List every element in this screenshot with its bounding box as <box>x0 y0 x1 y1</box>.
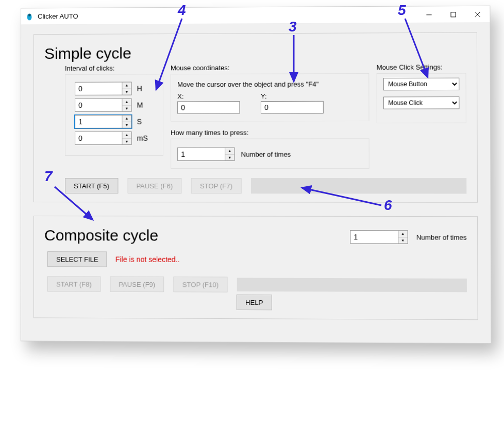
help-button[interactable]: HELP <box>237 295 272 311</box>
interval-seconds-spinner[interactable]: ▲▼ <box>75 115 131 128</box>
coords-label: Mouse coordinates: <box>171 63 369 72</box>
titlebar: Clicker AUTO <box>21 6 490 25</box>
spin-up-icon[interactable]: ▲ <box>122 99 131 106</box>
spin-up-icon[interactable]: ▲ <box>122 132 131 139</box>
interval-seconds-input[interactable] <box>75 116 122 128</box>
spin-down-icon[interactable]: ▼ <box>122 89 131 95</box>
close-button[interactable] <box>465 6 490 23</box>
file-status-text: File is not selected.. <box>115 255 180 264</box>
start-button[interactable]: START (F5) <box>65 178 118 193</box>
coord-y-input[interactable] <box>261 101 324 114</box>
simple-progress-bar <box>250 178 466 193</box>
app-window: Clicker AUTO Simple cycle Interval of cl… <box>21 6 492 344</box>
minimize-button[interactable] <box>417 6 441 23</box>
composite-times-input[interactable] <box>350 231 398 243</box>
mouse-click-combo[interactable]: Mouse Click <box>383 96 459 109</box>
spin-down-icon[interactable]: ▼ <box>122 138 131 144</box>
unit-hours: H <box>137 84 153 92</box>
composite-start-button[interactable]: START (F8) <box>47 276 100 292</box>
interval-ms-input[interactable] <box>75 132 122 144</box>
simple-cycle-title: Simple cycle <box>44 43 466 62</box>
times-label: How many times to press: <box>171 128 369 137</box>
unit-seconds: S <box>137 118 153 126</box>
client-area: Simple cycle Interval of clicks: ▲▼ H <box>21 23 491 343</box>
composite-stop-button[interactable]: STOP (F10) <box>174 277 228 293</box>
mouse-button-combo[interactable]: Mouse Button <box>383 78 459 91</box>
spin-down-icon[interactable]: ▼ <box>225 154 234 160</box>
composite-times-spinner[interactable]: ▲▼ <box>350 230 408 244</box>
composite-cycle-title: Composite cycle <box>44 226 158 245</box>
unit-ms: mS <box>137 134 153 142</box>
spin-down-icon[interactable]: ▼ <box>122 122 131 128</box>
simple-cycle-group: Simple cycle Interval of clicks: ▲▼ H <box>33 32 478 202</box>
spin-down-icon[interactable]: ▼ <box>122 105 131 111</box>
pause-button[interactable]: PAUSE (F6) <box>127 178 181 193</box>
times-suffix: Number of times <box>241 150 291 158</box>
coords-help-text: Move the cursor over the object and pres… <box>177 80 362 88</box>
spin-up-icon[interactable]: ▲ <box>225 148 234 155</box>
interval-ms-spinner[interactable]: ▲▼ <box>75 132 131 145</box>
composite-cycle-group: Composite cycle ▲▼ Number of times SELEC… <box>33 216 478 320</box>
spin-up-icon[interactable]: ▲ <box>122 83 131 89</box>
window-title: Clicker AUTO <box>38 12 78 20</box>
spin-up-icon[interactable]: ▲ <box>398 231 407 237</box>
coord-x-input[interactable] <box>177 101 240 114</box>
interval-label: Interval of clicks: <box>65 64 163 72</box>
interval-hours-input[interactable] <box>75 83 122 95</box>
svg-rect-4 <box>451 12 456 17</box>
coord-y-label: Y: <box>261 92 324 100</box>
settings-label: Mouse Click Settings: <box>377 63 466 71</box>
select-file-button[interactable]: SELECT FILE <box>47 251 107 267</box>
spin-down-icon[interactable]: ▼ <box>398 237 407 244</box>
interval-minutes-input[interactable] <box>75 99 122 111</box>
stop-button[interactable]: STOP (F7) <box>191 178 242 193</box>
times-spinner[interactable]: ▲▼ <box>177 148 234 161</box>
composite-progress-bar <box>237 278 467 292</box>
composite-times-suffix: Number of times <box>416 233 467 241</box>
times-input[interactable] <box>178 148 225 160</box>
interval-hours-spinner[interactable]: ▲▼ <box>75 82 131 95</box>
app-icon <box>25 12 33 21</box>
interval-minutes-spinner[interactable]: ▲▼ <box>75 99 131 112</box>
spin-up-icon[interactable]: ▲ <box>122 116 131 122</box>
unit-minutes: M <box>137 101 153 109</box>
svg-rect-2 <box>29 13 29 15</box>
coord-x-label: X: <box>177 92 240 100</box>
composite-pause-button[interactable]: PAUSE (F9) <box>110 277 164 293</box>
maximize-button[interactable] <box>441 6 465 23</box>
